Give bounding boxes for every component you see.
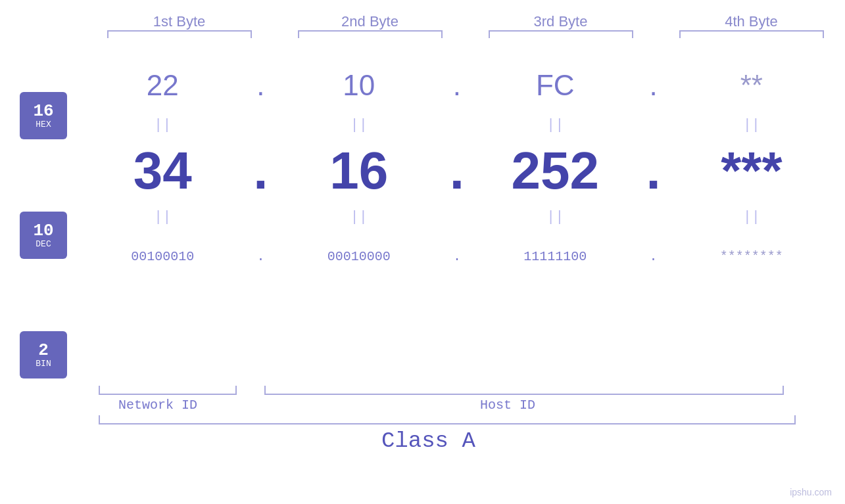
byte-header-2: 2nd Byte [298, 13, 443, 30]
bin-dot-1: . [244, 249, 277, 264]
dec-dot-1: . [244, 141, 277, 201]
hex-val-1: 22 [90, 69, 235, 102]
host-id-bracket [264, 386, 784, 395]
bracket-4 [679, 30, 824, 38]
dec-base-num: 10 [33, 222, 53, 239]
hex-dot-1: . [244, 69, 277, 102]
eq-8: || [679, 209, 824, 225]
dec-dot-3: . [637, 141, 670, 201]
byte-header-4: 4th Byte [679, 13, 824, 30]
bin-val-3: 11111100 [483, 249, 627, 264]
bin-val-1: 00100010 [90, 249, 235, 264]
watermark: ipshu.com [790, 487, 832, 497]
dec-base-label: DEC [36, 239, 51, 249]
bin-val-4: ******** [679, 249, 824, 264]
sep-row-2: || || || || [85, 204, 829, 230]
dec-val-4: *** [679, 141, 824, 201]
base-labels: 16 HEX 10 DEC 2 BIN [20, 92, 67, 378]
dec-val-3: 252 [483, 145, 627, 197]
dec-val-2: 16 [287, 145, 431, 197]
dec-base-box: 10 DEC [20, 212, 67, 259]
bracket-1 [107, 30, 252, 38]
hex-base-num: 16 [33, 103, 53, 120]
content-area: 22 . 10 . FC . ** || || [85, 59, 829, 283]
hex-row: 22 . 10 . FC . ** [85, 59, 829, 112]
hex-val-4: ** [679, 69, 824, 102]
eq-4: || [679, 117, 824, 133]
byte-header-1: 1st Byte [107, 13, 252, 30]
dec-dot-2: . [441, 141, 473, 201]
dec-val-1: 34 [90, 145, 235, 197]
bottom-brackets: Network ID Host ID Class A [85, 386, 829, 438]
hex-val-2: 10 [287, 69, 431, 102]
eq-3: || [483, 117, 627, 133]
bin-row: 00100010 . 00010000 . 11111100 . *******… [85, 230, 829, 283]
bracket-3 [489, 30, 633, 38]
hex-dot-3: . [637, 69, 670, 102]
bin-base-num: 2 [38, 342, 49, 359]
dec-row: 34 . 16 . 252 . *** [85, 138, 829, 204]
bin-dot-2: . [441, 249, 473, 264]
class-label: Class A [381, 428, 475, 453]
eq-6: || [287, 209, 431, 225]
eq-2: || [287, 117, 431, 133]
eq-5: || [90, 209, 235, 225]
host-id-label: Host ID [480, 398, 535, 413]
bin-base-box: 2 BIN [20, 331, 67, 378]
eq-7: || [483, 209, 627, 225]
bracket-2 [298, 30, 443, 38]
network-id-label: Network ID [118, 398, 197, 413]
bin-dot-3: . [637, 249, 670, 264]
network-id-bracket [99, 386, 237, 395]
sep-row-1: || || || || [85, 112, 829, 138]
bottom-bracket-area: Network ID Host ID Class A [85, 386, 829, 438]
bin-base-label: BIN [36, 359, 51, 369]
hex-dot-2: . [441, 69, 473, 102]
main-container: 1st Byte 2nd Byte 3rd Byte 4th Byte 16 H… [0, 0, 845, 504]
class-bracket [99, 415, 796, 424]
hex-base-label: HEX [36, 120, 51, 129]
top-brackets [104, 30, 827, 43]
byte-header-3: 3rd Byte [489, 13, 633, 30]
hex-base-box: 16 HEX [20, 92, 67, 139]
byte-headers: 1st Byte 2nd Byte 3rd Byte 4th Byte [104, 13, 827, 30]
bin-val-2: 00010000 [287, 249, 431, 264]
hex-val-3: FC [483, 69, 627, 102]
eq-1: || [90, 117, 235, 133]
